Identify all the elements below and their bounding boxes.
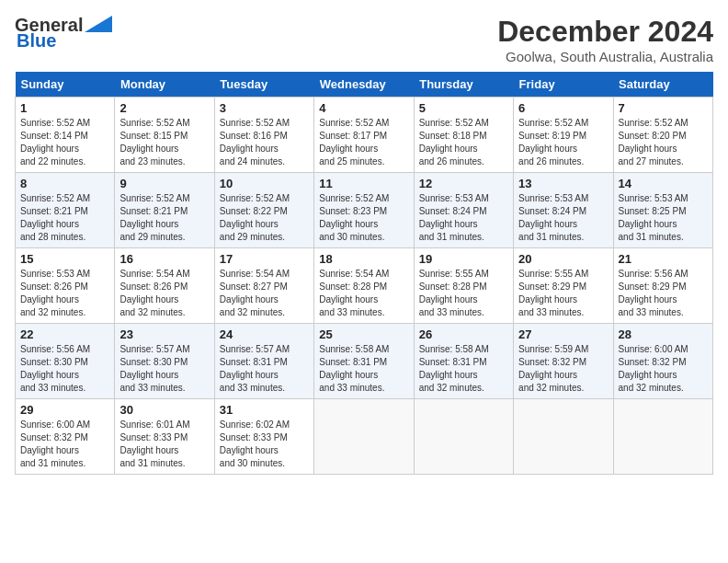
day-number: 29 xyxy=(20,403,109,417)
day-info: Sunrise: 5:59 AM Sunset: 8:32 PM Dayligh… xyxy=(518,343,608,395)
calendar-cell: 15 Sunrise: 5:53 AM Sunset: 8:26 PM Dayl… xyxy=(16,248,115,324)
col-thursday: Thursday xyxy=(414,72,513,98)
day-number: 22 xyxy=(20,327,109,341)
day-number: 4 xyxy=(319,101,408,115)
calendar-cell xyxy=(514,399,613,475)
day-info: Sunrise: 5:57 AM Sunset: 8:31 PM Dayligh… xyxy=(220,343,309,395)
day-info: Sunrise: 5:53 AM Sunset: 8:26 PM Dayligh… xyxy=(20,268,109,319)
day-info: Sunrise: 5:57 AM Sunset: 8:30 PM Dayligh… xyxy=(119,343,209,395)
calendar-cell: 22 Sunrise: 5:56 AM Sunset: 8:30 PM Dayl… xyxy=(16,324,115,399)
day-info: Sunrise: 5:54 AM Sunset: 8:28 PM Dayligh… xyxy=(319,268,408,319)
day-number: 25 xyxy=(319,327,408,341)
day-info: Sunrise: 5:52 AM Sunset: 8:16 PM Dayligh… xyxy=(220,117,309,168)
day-info: Sunrise: 5:52 AM Sunset: 8:17 PM Dayligh… xyxy=(319,117,408,168)
day-info: Sunrise: 5:52 AM Sunset: 8:18 PM Dayligh… xyxy=(419,117,508,168)
day-number: 27 xyxy=(518,327,608,341)
col-tuesday: Tuesday xyxy=(214,72,313,98)
week-row-4: 22 Sunrise: 5:56 AM Sunset: 8:30 PM Dayl… xyxy=(16,324,713,399)
calendar-cell: 13 Sunrise: 5:53 AM Sunset: 8:24 PM Dayl… xyxy=(514,173,613,248)
calendar-cell: 12 Sunrise: 5:53 AM Sunset: 8:24 PM Dayl… xyxy=(414,173,513,248)
calendar-cell: 20 Sunrise: 5:55 AM Sunset: 8:29 PM Dayl… xyxy=(514,248,613,324)
day-number: 16 xyxy=(119,252,209,266)
calendar-cell: 25 Sunrise: 5:58 AM Sunset: 8:31 PM Dayl… xyxy=(314,324,414,399)
day-info: Sunrise: 5:52 AM Sunset: 8:14 PM Dayligh… xyxy=(20,117,109,168)
day-info: Sunrise: 5:53 AM Sunset: 8:25 PM Dayligh… xyxy=(619,192,708,244)
day-info: Sunrise: 5:55 AM Sunset: 8:29 PM Dayligh… xyxy=(518,268,608,319)
day-number: 23 xyxy=(119,327,209,341)
day-number: 26 xyxy=(419,327,508,341)
calendar-cell: 21 Sunrise: 5:56 AM Sunset: 8:29 PM Dayl… xyxy=(613,248,712,324)
day-info: Sunrise: 5:52 AM Sunset: 8:19 PM Dayligh… xyxy=(518,117,608,168)
calendar-cell: 30 Sunrise: 6:01 AM Sunset: 8:33 PM Dayl… xyxy=(115,399,214,475)
col-saturday: Saturday xyxy=(613,72,712,98)
day-number: 12 xyxy=(419,177,508,190)
day-info: Sunrise: 5:52 AM Sunset: 8:22 PM Dayligh… xyxy=(220,192,309,244)
day-number: 10 xyxy=(220,177,309,190)
calendar-cell: 17 Sunrise: 5:54 AM Sunset: 8:27 PM Dayl… xyxy=(214,248,313,324)
day-info: Sunrise: 5:52 AM Sunset: 8:21 PM Dayligh… xyxy=(119,192,209,244)
day-info: Sunrise: 5:58 AM Sunset: 8:31 PM Dayligh… xyxy=(419,343,508,395)
day-number: 14 xyxy=(619,177,708,190)
calendar-cell: 14 Sunrise: 5:53 AM Sunset: 8:25 PM Dayl… xyxy=(613,173,712,248)
logo-icon xyxy=(85,16,112,32)
day-info: Sunrise: 5:52 AM Sunset: 8:23 PM Dayligh… xyxy=(319,192,408,244)
day-info: Sunrise: 5:58 AM Sunset: 8:31 PM Dayligh… xyxy=(319,343,408,395)
calendar-cell xyxy=(613,399,712,475)
day-info: Sunrise: 5:52 AM Sunset: 8:20 PM Dayligh… xyxy=(619,117,708,168)
day-info: Sunrise: 5:55 AM Sunset: 8:28 PM Dayligh… xyxy=(419,268,508,319)
calendar-cell: 11 Sunrise: 5:52 AM Sunset: 8:23 PM Dayl… xyxy=(314,173,414,248)
calendar-cell: 3 Sunrise: 5:52 AM Sunset: 8:16 PM Dayli… xyxy=(214,98,313,173)
calendar-cell: 28 Sunrise: 6:00 AM Sunset: 8:32 PM Dayl… xyxy=(613,324,712,399)
day-info: Sunrise: 5:56 AM Sunset: 8:30 PM Dayligh… xyxy=(20,343,109,395)
title-block: December 2024 Goolwa, South Australia, A… xyxy=(497,15,713,64)
days-header-row: Sunday Monday Tuesday Wednesday Thursday… xyxy=(16,72,713,98)
day-number: 8 xyxy=(20,177,109,190)
calendar-cell: 2 Sunrise: 5:52 AM Sunset: 8:15 PM Dayli… xyxy=(115,98,214,173)
day-info: Sunrise: 5:52 AM Sunset: 8:21 PM Dayligh… xyxy=(20,192,109,244)
day-info: Sunrise: 5:54 AM Sunset: 8:27 PM Dayligh… xyxy=(220,268,309,319)
calendar-cell: 23 Sunrise: 5:57 AM Sunset: 8:30 PM Dayl… xyxy=(115,324,214,399)
calendar-cell: 27 Sunrise: 5:59 AM Sunset: 8:32 PM Dayl… xyxy=(514,324,613,399)
day-number: 21 xyxy=(619,252,708,266)
col-sunday: Sunday xyxy=(16,72,115,98)
calendar-cell: 29 Sunrise: 6:00 AM Sunset: 8:32 PM Dayl… xyxy=(16,399,115,475)
calendar-cell: 8 Sunrise: 5:52 AM Sunset: 8:21 PM Dayli… xyxy=(16,173,115,248)
calendar-cell xyxy=(414,399,513,475)
week-row-3: 15 Sunrise: 5:53 AM Sunset: 8:26 PM Dayl… xyxy=(16,248,713,324)
svg-marker-0 xyxy=(85,16,112,32)
day-info: Sunrise: 6:02 AM Sunset: 8:33 PM Dayligh… xyxy=(220,419,309,470)
calendar-title: December 2024 xyxy=(497,15,713,49)
day-info: Sunrise: 5:53 AM Sunset: 8:24 PM Dayligh… xyxy=(518,192,608,244)
col-wednesday: Wednesday xyxy=(314,72,414,98)
calendar-cell: 6 Sunrise: 5:52 AM Sunset: 8:19 PM Dayli… xyxy=(514,98,613,173)
logo: General Blue xyxy=(15,15,112,52)
day-info: Sunrise: 6:00 AM Sunset: 8:32 PM Dayligh… xyxy=(20,419,109,470)
col-monday: Monday xyxy=(115,72,214,98)
day-number: 5 xyxy=(419,101,508,115)
day-number: 15 xyxy=(20,252,109,266)
calendar-cell: 24 Sunrise: 5:57 AM Sunset: 8:31 PM Dayl… xyxy=(214,324,313,399)
calendar-cell: 9 Sunrise: 5:52 AM Sunset: 8:21 PM Dayli… xyxy=(115,173,214,248)
week-row-1: 1 Sunrise: 5:52 AM Sunset: 8:14 PM Dayli… xyxy=(16,98,713,173)
day-number: 17 xyxy=(220,252,309,266)
col-friday: Friday xyxy=(514,72,613,98)
calendar-cell: 26 Sunrise: 5:58 AM Sunset: 8:31 PM Dayl… xyxy=(414,324,513,399)
calendar-subtitle: Goolwa, South Australia, Australia xyxy=(497,49,713,64)
calendar-cell: 7 Sunrise: 5:52 AM Sunset: 8:20 PM Dayli… xyxy=(613,98,712,173)
day-number: 3 xyxy=(220,101,309,115)
day-number: 2 xyxy=(119,101,209,115)
day-number: 20 xyxy=(518,252,608,266)
day-number: 24 xyxy=(220,327,309,341)
page-header: General Blue December 2024 Goolwa, South… xyxy=(15,15,713,64)
day-number: 28 xyxy=(619,327,708,341)
day-number: 11 xyxy=(319,177,408,190)
day-number: 6 xyxy=(518,101,608,115)
day-info: Sunrise: 5:52 AM Sunset: 8:15 PM Dayligh… xyxy=(119,117,209,168)
week-row-5: 29 Sunrise: 6:00 AM Sunset: 8:32 PM Dayl… xyxy=(16,399,713,475)
calendar-cell: 1 Sunrise: 5:52 AM Sunset: 8:14 PM Dayli… xyxy=(16,98,115,173)
day-number: 1 xyxy=(20,101,109,115)
day-number: 9 xyxy=(119,177,209,190)
day-number: 18 xyxy=(319,252,408,266)
day-info: Sunrise: 6:00 AM Sunset: 8:32 PM Dayligh… xyxy=(619,343,708,395)
calendar-cell: 5 Sunrise: 5:52 AM Sunset: 8:18 PM Dayli… xyxy=(414,98,513,173)
